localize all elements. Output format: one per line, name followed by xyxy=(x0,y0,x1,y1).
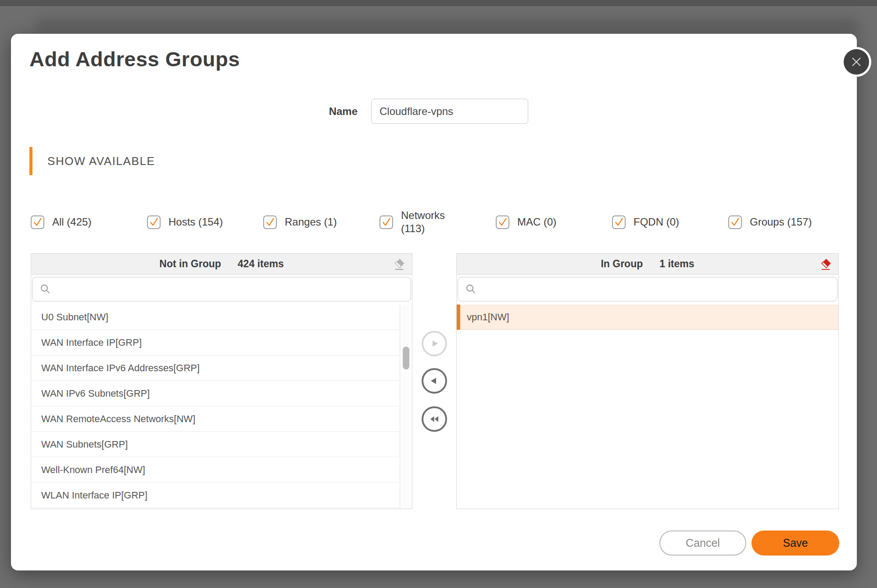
clear-left-list-button[interactable] xyxy=(393,258,406,271)
move-left-button[interactable] xyxy=(422,368,447,394)
not-in-group-panel: Not in Group 424 items U0 Subnet[NW] xyxy=(31,253,412,509)
eraser-icon xyxy=(393,258,405,270)
not-in-group-header: Not in Group 424 items xyxy=(31,254,412,275)
in-group-list: vpn1[NW] xyxy=(457,305,838,330)
list-item[interactable]: U0 Subnet[NW] xyxy=(31,305,400,330)
clear-right-list-button[interactable] xyxy=(819,258,832,271)
checkbox[interactable] xyxy=(31,215,44,229)
checkbox[interactable] xyxy=(379,215,393,229)
section-header: SHOW AVAILABLE xyxy=(47,154,155,168)
search-icon xyxy=(40,283,51,295)
checkbox[interactable] xyxy=(147,215,161,229)
checkbox[interactable] xyxy=(496,215,509,229)
filter-label: MAC (0) xyxy=(517,216,556,228)
close-button-circle xyxy=(844,49,869,75)
filter-item: All (425) xyxy=(31,208,91,237)
filter-label: Ranges (1) xyxy=(285,216,337,228)
filter-item: Hosts (154) xyxy=(147,208,223,237)
checkmark-icon xyxy=(497,215,508,229)
save-button[interactable]: Save xyxy=(752,531,839,556)
arrow-right-icon xyxy=(429,338,440,349)
move-right-button[interactable] xyxy=(422,331,447,356)
background-shadow xyxy=(35,18,859,34)
list-item[interactable]: vpn1[NW] xyxy=(457,305,838,330)
checkmark-icon xyxy=(729,215,741,229)
right-search-input[interactable] xyxy=(458,277,838,301)
scrollbar-track[interactable] xyxy=(400,305,412,509)
search-icon xyxy=(465,283,477,295)
list-item-label: WAN RemoteAccess Networks[NW] xyxy=(41,413,195,424)
list-item[interactable]: Well-Known Pref64[NW] xyxy=(31,457,400,483)
list-item[interactable]: WAN RemoteAccess Networks[NW] xyxy=(31,406,400,432)
filter-label: Groups (157) xyxy=(750,216,812,228)
filter-label: All (425) xyxy=(52,216,91,228)
scrollbar-thumb[interactable] xyxy=(403,347,409,369)
cancel-button[interactable]: Cancel xyxy=(659,531,746,556)
checkbox[interactable] xyxy=(612,215,626,229)
checkmark-icon xyxy=(264,215,276,229)
checkbox[interactable] xyxy=(263,215,277,229)
checkmark-icon xyxy=(613,215,625,229)
list-item-label: WAN Interface IPv6 Addresses[GRP] xyxy=(41,362,200,373)
close-button[interactable] xyxy=(841,47,871,77)
in-group-panel: In Group 1 items vpn1[NW] xyxy=(456,253,839,509)
filter-item: Ranges (1) xyxy=(263,208,337,237)
group-name-input[interactable] xyxy=(371,99,528,124)
checkbox[interactable] xyxy=(728,215,742,229)
double-arrow-left-icon xyxy=(429,413,440,425)
checkmark-icon xyxy=(380,215,392,229)
list-item-label: Well-Known Pref64[NW] xyxy=(41,464,145,475)
filter-item: Groups (157) xyxy=(728,208,812,237)
filter-checkbox-row: All (425) Hosts (154) Ranges (1) xyxy=(11,208,857,237)
filter-label: Networks (113) xyxy=(401,209,453,235)
panel-count: 1 items xyxy=(659,258,694,270)
checkmark-icon xyxy=(32,215,43,229)
list-item-label: WLAN Interface IP[GRP] xyxy=(41,490,147,501)
filter-item: Networks (113) xyxy=(379,208,453,237)
panel-count: 424 items xyxy=(238,258,284,270)
list-item[interactable]: WLAN Interface IP[GRP] xyxy=(31,483,400,508)
list-item[interactable]: WAN Subnets[GRP] xyxy=(31,432,400,457)
not-in-group-list: U0 Subnet[NW] WAN Interface IP[GRP] WAN … xyxy=(31,305,400,508)
add-address-groups-dialog: Add Address Groups Name SHOW AVAILABLE A… xyxy=(11,34,857,570)
list-item-label: WAN Subnets[GRP] xyxy=(41,439,128,450)
checkmark-icon xyxy=(148,215,160,229)
list-item[interactable]: WAN Interface IPv6 Addresses[GRP] xyxy=(31,355,400,381)
close-icon xyxy=(850,55,863,68)
list-item[interactable]: WAN IPv6 Subnets[GRP] xyxy=(31,381,400,406)
in-group-header: In Group 1 items xyxy=(457,254,838,275)
filter-label: Hosts (154) xyxy=(168,216,223,228)
list-item-label: WAN IPv6 Subnets[GRP] xyxy=(41,388,150,399)
eraser-icon xyxy=(820,258,832,270)
section-accent-bar xyxy=(29,147,32,175)
filter-label: FQDN (0) xyxy=(634,216,679,228)
list-item-label: WAN Interface IP[GRP] xyxy=(41,337,142,348)
filter-item: FQDN (0) xyxy=(612,208,679,237)
panel-title: In Group xyxy=(601,258,643,270)
filter-item: MAC (0) xyxy=(496,208,556,237)
list-item-label: vpn1[NW] xyxy=(467,312,509,323)
dialog-title: Add Address Groups xyxy=(29,47,240,71)
move-all-left-button[interactable] xyxy=(422,406,447,432)
panel-title: Not in Group xyxy=(159,258,221,270)
left-search-input[interactable] xyxy=(32,277,411,301)
list-item-label: U0 Subnet[NW] xyxy=(41,312,108,323)
list-item[interactable]: WAN Interface IP[GRP] xyxy=(31,330,400,355)
arrow-left-icon xyxy=(429,375,440,387)
name-label: Name xyxy=(265,105,358,118)
